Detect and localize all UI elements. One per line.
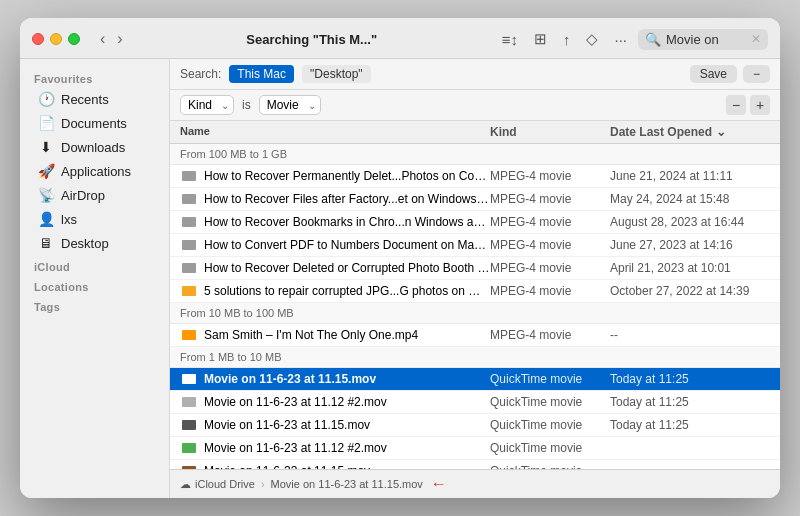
sidebar-item-recents[interactable]: 🕐 Recents: [24, 87, 165, 111]
sidebar-item-desktop[interactable]: 🖥 Desktop: [24, 231, 165, 255]
file-icon: [180, 372, 198, 386]
file-date: June 27, 2023 at 14:16: [610, 238, 770, 252]
sidebar-item-airdrop[interactable]: 📡 AirDrop: [24, 183, 165, 207]
share-button[interactable]: ↑: [558, 29, 576, 50]
sidebar-item-label: Documents: [61, 116, 127, 131]
table-row[interactable]: Movie on 11-6-23 at 11.12 #2.mov QuickTi…: [170, 391, 780, 414]
applications-icon: 🚀: [38, 163, 54, 179]
search-pill-desktop[interactable]: "Desktop": [302, 65, 371, 83]
type-select-wrapper[interactable]: Movie: [259, 95, 321, 115]
sidebar-item-lxs[interactable]: 👤 lxs: [24, 207, 165, 231]
file-kind: MPEG-4 movie: [490, 238, 610, 252]
file-date: May 24, 2024 at 15:48: [610, 192, 770, 206]
filter-add-button[interactable]: +: [750, 95, 770, 115]
col-header-kind: Kind: [490, 125, 610, 139]
file-name: Movie on 11-6-23 at 11.15.mov: [204, 418, 490, 432]
section-header-2: From 10 MB to 100 MB: [170, 303, 780, 324]
finder-window: ‹ › Searching "This M..." ≡↕ ⊞ ↑ ◇ ··· 🔍…: [20, 18, 780, 498]
file-kind: QuickTime movie: [490, 441, 610, 455]
table-row[interactable]: How to Recover Bookmarks in Chro...n Win…: [170, 211, 780, 234]
file-name: Movie on 11-6-23 at 11.12 #2.mov: [204, 395, 490, 409]
file-name: How to Recover Files after Factory...et …: [204, 192, 490, 206]
file-name: How to Convert PDF to Numbers Document o…: [204, 238, 490, 252]
file-icon: [180, 284, 198, 298]
remove-button[interactable]: −: [743, 65, 770, 83]
search-filter-bar: Search: This Mac "Desktop" Save −: [170, 59, 780, 90]
more-button[interactable]: ···: [609, 29, 632, 50]
sidebar-item-label: Applications: [61, 164, 131, 179]
table-row[interactable]: Movie on 11-6-23 at 11.12 #2.mov QuickTi…: [170, 437, 780, 460]
col-header-name: Name: [180, 125, 490, 139]
kind-select[interactable]: Kind: [180, 95, 234, 115]
table-row[interactable]: How to Convert PDF to Numbers Document o…: [170, 234, 780, 257]
section-header-3: From 1 MB to 10 MB: [170, 347, 780, 368]
col-header-date[interactable]: Date Last Opened ⌄: [610, 125, 770, 139]
window-title: Searching "This M...": [135, 32, 489, 47]
search-box[interactable]: 🔍 ✕: [638, 29, 768, 50]
filter-is-label: is: [242, 98, 251, 112]
sidebar-item-label: Desktop: [61, 236, 109, 251]
file-name: Sam Smith – I'm Not The Only One.mp4: [204, 328, 490, 342]
file-icon: [180, 192, 198, 206]
file-icon: [180, 169, 198, 183]
table-row[interactable]: Movie on 11-6-23 at 11.15.mov QuickTime …: [170, 414, 780, 437]
downloads-icon: ⬇: [38, 139, 54, 155]
tag-button[interactable]: ◇: [581, 28, 603, 50]
search-clear-button[interactable]: ✕: [751, 32, 761, 46]
forward-button[interactable]: ›: [113, 30, 126, 48]
sidebar-item-applications[interactable]: 🚀 Applications: [24, 159, 165, 183]
save-button[interactable]: Save: [690, 65, 737, 83]
table-row[interactable]: Movie on 11-6-23 at 11.15.mov QuickTime …: [170, 460, 780, 469]
type-select[interactable]: Movie: [259, 95, 321, 115]
file-name: 5 solutions to repair corrupted JPG...G …: [204, 284, 490, 298]
file-icon: [180, 441, 198, 455]
file-icon: [180, 418, 198, 432]
section-header-1: From 100 MB to 1 GB: [170, 144, 780, 165]
file-icon: [180, 395, 198, 409]
file-date: --: [610, 328, 770, 342]
file-kind: MPEG-4 movie: [490, 284, 610, 298]
table-row[interactable]: 5 solutions to repair corrupted JPG...G …: [170, 280, 780, 303]
documents-icon: 📄: [38, 115, 54, 131]
table-row[interactable]: Sam Smith – I'm Not The Only One.mp4 MPE…: [170, 324, 780, 347]
traffic-lights: [32, 33, 80, 45]
sidebar-item-label: lxs: [61, 212, 77, 227]
file-date: August 28, 2023 at 16:44: [610, 215, 770, 229]
content-area: Favourites 🕐 Recents 📄 Documents ⬇ Downl…: [20, 59, 780, 498]
back-button[interactable]: ‹: [96, 30, 109, 48]
statusbar-separator: ›: [261, 478, 265, 490]
file-kind: QuickTime movie: [490, 395, 610, 409]
nav-buttons: ‹ ›: [96, 30, 127, 48]
search-pill-thismac[interactable]: This Mac: [229, 65, 294, 83]
sidebar-section-tags: Tags: [20, 295, 169, 315]
file-kind: MPEG-4 movie: [490, 215, 610, 229]
file-kind: MPEG-4 movie: [490, 328, 610, 342]
minimize-button[interactable]: [50, 33, 62, 45]
table-row[interactable]: How to Recover Deleted or Corrupted Phot…: [170, 257, 780, 280]
table-row[interactable]: How to Recover Permanently Delet...Photo…: [170, 165, 780, 188]
filter-actions: − +: [726, 95, 770, 115]
close-button[interactable]: [32, 33, 44, 45]
sidebar-item-documents[interactable]: 📄 Documents: [24, 111, 165, 135]
file-name: How to Recover Bookmarks in Chro...n Win…: [204, 215, 490, 229]
filter-remove-button[interactable]: −: [726, 95, 746, 115]
main-area: Search: This Mac "Desktop" Save − Kind i…: [170, 59, 780, 498]
file-date: April 21, 2023 at 10:01: [610, 261, 770, 275]
sidebar-item-label: Downloads: [61, 140, 125, 155]
search-label: Search:: [180, 67, 221, 81]
table-row[interactable]: Movie on 11-6-23 at 11.15.mov QuickTime …: [170, 368, 780, 391]
view-list-button[interactable]: ≡↕: [497, 29, 523, 50]
recents-icon: 🕐: [38, 91, 54, 107]
file-kind: MPEG-4 movie: [490, 261, 610, 275]
search-bar-actions: Save −: [690, 65, 770, 83]
sidebar-item-downloads[interactable]: ⬇ Downloads: [24, 135, 165, 159]
sidebar-section-icloud: iCloud: [20, 255, 169, 275]
table-row[interactable]: How to Recover Files after Factory...et …: [170, 188, 780, 211]
fullscreen-button[interactable]: [68, 33, 80, 45]
statusbar-file-label: Movie on 11-6-23 at 11.15.mov: [271, 478, 423, 490]
view-grid-button[interactable]: ⊞: [529, 28, 552, 50]
file-name: How to Recover Permanently Delet...Photo…: [204, 169, 490, 183]
kind-select-wrapper[interactable]: Kind: [180, 95, 234, 115]
search-input[interactable]: [666, 32, 746, 47]
desktop-icon: 🖥: [38, 235, 54, 251]
